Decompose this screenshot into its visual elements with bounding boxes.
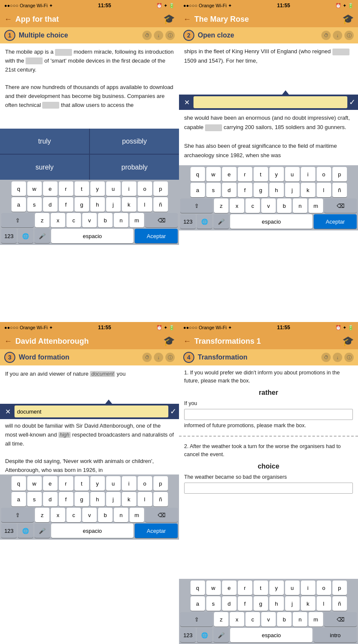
- key-u-1[interactable]: u: [106, 181, 121, 196]
- key-d-1[interactable]: d: [43, 197, 58, 212]
- key-mic-4[interactable]: 🎤: [214, 628, 229, 642]
- key-x-2[interactable]: x: [230, 198, 244, 213]
- key-n-1[interactable]: n: [114, 213, 128, 227]
- key-w-3[interactable]: w: [27, 476, 42, 491]
- key-a-4[interactable]: a: [191, 596, 205, 611]
- key-x-4[interactable]: x: [230, 612, 244, 627]
- mc-option-probably[interactable]: probably: [90, 155, 179, 180]
- key-e-3[interactable]: e: [43, 476, 58, 491]
- key-mic-1[interactable]: 🎤: [35, 229, 50, 243]
- key-y-1[interactable]: y: [90, 181, 105, 196]
- key-b-3[interactable]: b: [98, 508, 113, 522]
- key-z-3[interactable]: z: [35, 508, 49, 522]
- key-a-3[interactable]: a: [12, 492, 26, 506]
- key-m-3[interactable]: m: [130, 508, 144, 522]
- key-s-1[interactable]: s: [27, 197, 42, 212]
- key-p-2[interactable]: p: [332, 167, 347, 181]
- key-r-4[interactable]: r: [238, 581, 252, 595]
- key-o-1[interactable]: o: [138, 181, 152, 196]
- key-w-2[interactable]: w: [206, 167, 221, 181]
- key-i-4[interactable]: i: [301, 581, 315, 595]
- key-globe-4[interactable]: 🌐: [197, 628, 212, 642]
- key-c-2[interactable]: c: [245, 198, 260, 213]
- back-button-4[interactable]: ←: [183, 337, 191, 346]
- key-h-4[interactable]: h: [269, 596, 284, 611]
- key-v-4[interactable]: v: [261, 612, 276, 627]
- back-button-2[interactable]: ←: [183, 15, 191, 24]
- backspace-key-2[interactable]: ⌫: [324, 198, 357, 213]
- key-k-2[interactable]: k: [301, 183, 315, 197]
- back-button-1[interactable]: ←: [4, 15, 12, 24]
- key-l-2[interactable]: l: [317, 183, 331, 197]
- key-b-4[interactable]: b: [277, 612, 292, 627]
- key-j-1[interactable]: j: [106, 197, 121, 212]
- key-z-1[interactable]: z: [35, 213, 49, 227]
- key-g-2[interactable]: g: [254, 183, 268, 197]
- shift-key-2[interactable]: ⇧: [180, 198, 213, 213]
- key-i-2[interactable]: i: [301, 167, 315, 181]
- key-v-3[interactable]: v: [82, 508, 97, 522]
- key-space-3[interactable]: espacio: [51, 523, 133, 538]
- key-v-1[interactable]: v: [82, 213, 97, 227]
- back-button-3[interactable]: ←: [4, 337, 12, 346]
- clear-button-3[interactable]: ✕: [3, 406, 13, 417]
- key-c-1[interactable]: c: [66, 213, 81, 227]
- key-z-4[interactable]: z: [214, 612, 228, 627]
- key-accept-1[interactable]: Aceptar: [135, 229, 178, 243]
- key-e-1[interactable]: e: [43, 181, 58, 196]
- key-r-2[interactable]: r: [238, 167, 252, 181]
- clear-button-2[interactable]: ✕: [182, 97, 192, 107]
- key-a-1[interactable]: a: [12, 197, 26, 212]
- key-t-1[interactable]: t: [75, 181, 89, 196]
- key-w-4[interactable]: w: [206, 581, 221, 595]
- key-g-1[interactable]: g: [75, 197, 89, 212]
- key-t-4[interactable]: t: [254, 581, 268, 595]
- key-space-4[interactable]: espacio: [230, 628, 312, 642]
- key-s-2[interactable]: s: [206, 183, 221, 197]
- mc-option-truly[interactable]: truly: [0, 129, 89, 154]
- key-u-2[interactable]: u: [285, 167, 300, 181]
- backspace-key-1[interactable]: ⌫: [145, 213, 178, 227]
- key-r-3[interactable]: r: [59, 476, 73, 491]
- key-accept-2[interactable]: Aceptar: [314, 214, 357, 229]
- key-p-1[interactable]: p: [153, 181, 168, 196]
- key-o-3[interactable]: o: [138, 476, 152, 491]
- key-u-3[interactable]: u: [106, 476, 121, 491]
- key-g-3[interactable]: g: [75, 492, 89, 506]
- key-p-4[interactable]: p: [332, 581, 347, 595]
- key-y-4[interactable]: y: [269, 581, 284, 595]
- mc-option-possibly[interactable]: possibly: [90, 129, 179, 154]
- info-icon-2[interactable]: ⓘ: [344, 31, 354, 40]
- key-r-1[interactable]: r: [59, 181, 73, 196]
- key-space-2[interactable]: espacio: [230, 214, 312, 229]
- key-123-3[interactable]: 123: [1, 523, 17, 538]
- clock-icon-3[interactable]: ⏱: [142, 353, 152, 362]
- key-t-3[interactable]: t: [75, 476, 89, 491]
- transform-q2-input[interactable]: [184, 483, 353, 494]
- shift-key-4[interactable]: ⇧: [180, 612, 213, 627]
- key-l-3[interactable]: l: [138, 492, 152, 506]
- info-icon-3[interactable]: ⓘ: [165, 353, 175, 362]
- confirm-button-2[interactable]: ✓: [349, 98, 355, 107]
- key-accept-3[interactable]: Aceptar: [135, 523, 178, 538]
- key-c-3[interactable]: c: [66, 508, 81, 522]
- key-e-4[interactable]: e: [222, 581, 237, 595]
- key-k-3[interactable]: k: [122, 492, 136, 506]
- mc-option-surely[interactable]: surely: [0, 155, 89, 180]
- key-f-2[interactable]: f: [238, 183, 252, 197]
- key-f-3[interactable]: f: [59, 492, 73, 506]
- key-m-1[interactable]: m: [130, 213, 144, 227]
- shift-key-3[interactable]: ⇧: [1, 508, 34, 522]
- key-s-4[interactable]: s: [206, 596, 221, 611]
- key-n-2[interactable]: n: [293, 198, 307, 213]
- key-y-3[interactable]: y: [90, 476, 105, 491]
- key-d-3[interactable]: d: [43, 492, 58, 506]
- text-input-3[interactable]: [14, 405, 168, 417]
- key-o-4[interactable]: o: [317, 581, 331, 595]
- info-icon-4[interactable]: ⓘ: [344, 353, 354, 362]
- key-w-1[interactable]: w: [27, 181, 42, 196]
- down-icon-3[interactable]: ↓: [154, 353, 163, 362]
- text-input-2[interactable]: [193, 96, 347, 108]
- key-l-1[interactable]: l: [138, 197, 152, 212]
- key-d-4[interactable]: d: [222, 596, 237, 611]
